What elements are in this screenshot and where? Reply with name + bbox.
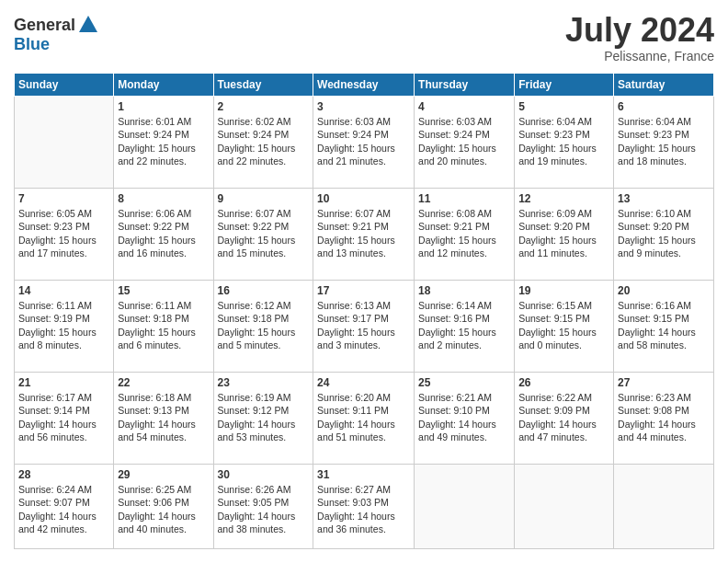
day-info: Sunrise: 6:10 AM (618, 207, 710, 220)
day-number: 28 (18, 467, 109, 482)
day-info: and 8 minutes. (18, 339, 109, 351)
day-info: Sunset: 9:10 PM (418, 404, 510, 417)
day-number: 26 (518, 375, 609, 390)
calendar-cell: 12Sunrise: 6:09 AMSunset: 9:20 PMDayligh… (515, 189, 614, 281)
day-info: Sunrise: 6:04 AM (518, 115, 609, 128)
day-info: Daylight: 15 hours (317, 142, 410, 155)
day-info: Daylight: 14 hours (118, 418, 209, 431)
calendar-cell: 8Sunrise: 6:06 AMSunset: 9:22 PMDaylight… (114, 189, 213, 281)
calendar-cell: 2Sunrise: 6:02 AMSunset: 9:24 PMDaylight… (213, 97, 313, 189)
day-info: Sunrise: 6:18 AM (118, 391, 209, 404)
calendar-cell: 13Sunrise: 6:10 AMSunset: 9:20 PMDayligh… (614, 189, 714, 281)
day-info: Sunset: 9:17 PM (317, 312, 410, 325)
day-header-monday: Monday (114, 74, 213, 97)
day-number: 15 (118, 283, 209, 298)
calendar-cell: 20Sunrise: 6:16 AMSunset: 9:15 PMDayligh… (614, 281, 714, 373)
day-info: Sunset: 9:22 PM (218, 220, 310, 233)
calendar-cell: 18Sunrise: 6:14 AMSunset: 9:16 PMDayligh… (415, 281, 515, 373)
day-info: and 20 minutes. (418, 155, 510, 167)
day-info: Daylight: 15 hours (118, 234, 209, 247)
day-number: 7 (18, 191, 109, 206)
day-info: Sunrise: 6:19 AM (218, 391, 310, 404)
day-info: Sunrise: 6:05 AM (18, 207, 109, 220)
day-info: Sunset: 9:24 PM (418, 128, 510, 141)
day-info: and 22 minutes. (218, 155, 310, 167)
day-info: Sunrise: 6:14 AM (418, 299, 510, 312)
calendar-cell: 31Sunrise: 6:27 AMSunset: 9:03 PMDayligh… (313, 465, 415, 549)
day-info: Daylight: 14 hours (418, 418, 510, 431)
day-info: Sunset: 9:12 PM (218, 404, 310, 417)
day-info: and 3 minutes. (317, 339, 410, 351)
day-info: Daylight: 15 hours (218, 326, 310, 339)
day-info: Sunset: 9:18 PM (118, 312, 209, 325)
day-info: Sunrise: 6:27 AM (317, 483, 410, 496)
day-info: Daylight: 15 hours (518, 326, 609, 339)
day-info: Daylight: 15 hours (118, 326, 209, 339)
day-info: Daylight: 14 hours (317, 418, 410, 431)
day-info: and 54 minutes. (118, 431, 209, 443)
day-info: Sunrise: 6:21 AM (418, 391, 510, 404)
day-info: and 21 minutes. (317, 155, 410, 167)
day-info: Sunset: 9:20 PM (518, 220, 609, 233)
day-info: and 5 minutes. (218, 339, 310, 351)
day-info: Daylight: 15 hours (418, 142, 510, 155)
calendar-cell: 21Sunrise: 6:17 AMSunset: 9:14 PMDayligh… (15, 373, 114, 465)
day-info: and 2 minutes. (418, 339, 510, 351)
day-info: Daylight: 15 hours (18, 326, 109, 339)
day-info: and 40 minutes. (118, 523, 209, 535)
day-info: Daylight: 15 hours (618, 234, 710, 247)
day-info: Sunrise: 6:02 AM (218, 115, 310, 128)
day-info: Sunrise: 6:08 AM (418, 207, 510, 220)
day-info: and 9 minutes. (618, 247, 710, 259)
day-number: 22 (118, 375, 209, 390)
day-info: Daylight: 14 hours (218, 510, 310, 523)
day-number: 10 (317, 191, 410, 206)
day-info: and 44 minutes. (618, 431, 710, 443)
week-row-0: 1Sunrise: 6:01 AMSunset: 9:24 PMDaylight… (15, 97, 714, 189)
day-info: Sunset: 9:05 PM (218, 496, 310, 509)
calendar-cell: 1Sunrise: 6:01 AMSunset: 9:24 PMDaylight… (114, 97, 213, 189)
logo-blue: Blue (14, 36, 99, 52)
day-info: Sunrise: 6:15 AM (518, 299, 609, 312)
day-info: Daylight: 15 hours (218, 234, 310, 247)
day-number: 11 (418, 191, 510, 206)
day-info: Sunset: 9:23 PM (18, 220, 109, 233)
day-info: Sunrise: 6:20 AM (317, 391, 410, 404)
day-info: and 19 minutes. (518, 155, 609, 167)
day-info: Sunset: 9:03 PM (317, 496, 410, 509)
day-number: 25 (418, 375, 510, 390)
day-header-thursday: Thursday (415, 74, 515, 97)
day-info: Sunset: 9:23 PM (518, 128, 609, 141)
day-header-sunday: Sunday (15, 74, 114, 97)
calendar-cell: 15Sunrise: 6:11 AMSunset: 9:18 PMDayligh… (114, 281, 213, 373)
day-info: Sunrise: 6:09 AM (518, 207, 609, 220)
calendar-header-row: SundayMondayTuesdayWednesdayThursdayFrid… (15, 74, 714, 97)
day-info: Sunset: 9:13 PM (118, 404, 209, 417)
day-number: 6 (618, 99, 710, 114)
day-number: 24 (317, 375, 410, 390)
day-info: Sunrise: 6:26 AM (218, 483, 310, 496)
calendar-cell: 7Sunrise: 6:05 AMSunset: 9:23 PMDaylight… (15, 189, 114, 281)
day-info: and 38 minutes. (218, 523, 310, 535)
day-number: 27 (618, 375, 710, 390)
day-info: Sunrise: 6:23 AM (618, 391, 710, 404)
calendar-cell: 9Sunrise: 6:07 AMSunset: 9:22 PMDaylight… (213, 189, 313, 281)
day-info: Sunrise: 6:07 AM (218, 207, 310, 220)
day-header-saturday: Saturday (614, 74, 714, 97)
calendar-cell (15, 97, 114, 189)
calendar-cell (415, 465, 515, 549)
day-info: Sunrise: 6:03 AM (418, 115, 510, 128)
day-info: and 6 minutes. (118, 339, 209, 351)
day-info: Daylight: 14 hours (218, 418, 310, 431)
day-info: Daylight: 15 hours (418, 234, 510, 247)
day-number: 16 (218, 283, 310, 298)
day-number: 18 (418, 283, 510, 298)
day-number: 3 (317, 99, 410, 114)
calendar-cell: 10Sunrise: 6:07 AMSunset: 9:21 PMDayligh… (313, 189, 415, 281)
day-info: Sunrise: 6:01 AM (118, 115, 209, 128)
day-info: Sunrise: 6:06 AM (118, 207, 209, 220)
day-info: Sunrise: 6:13 AM (317, 299, 410, 312)
week-row-3: 21Sunrise: 6:17 AMSunset: 9:14 PMDayligh… (15, 373, 714, 465)
week-row-1: 7Sunrise: 6:05 AMSunset: 9:23 PMDaylight… (15, 189, 714, 281)
calendar-cell: 30Sunrise: 6:26 AMSunset: 9:05 PMDayligh… (213, 465, 313, 549)
